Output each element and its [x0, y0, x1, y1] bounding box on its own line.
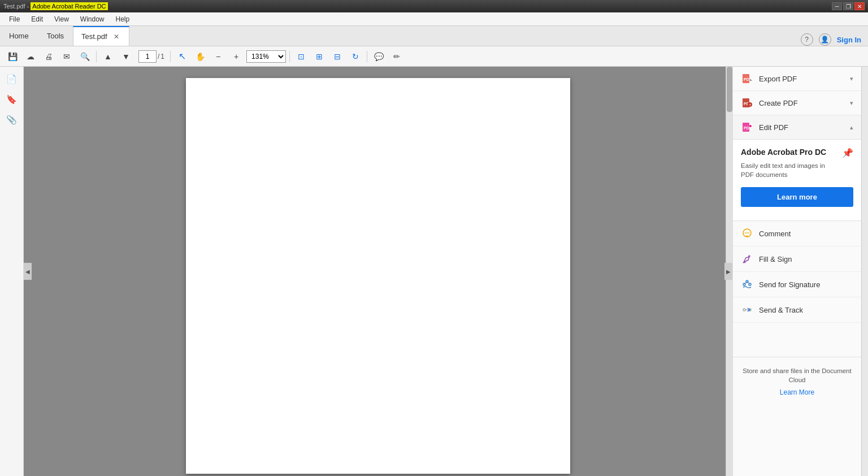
menu-help[interactable]: Help [111, 14, 134, 24]
cloud-section: Store and share files in the Document Cl… [733, 357, 861, 405]
collapse-right-button[interactable]: ▶ [724, 263, 732, 280]
help-button[interactable]: ? [801, 33, 813, 46]
save-button[interactable]: 💾 [5, 49, 20, 64]
menu-edit[interactable]: Edit [27, 14, 47, 24]
title-text: Test.pdf - Adobe Acrobat Reader DC [3, 3, 108, 10]
send-track-label: Send & Track [759, 306, 803, 314]
svg-point-12 [748, 255, 750, 257]
cloud-learn-more-link[interactable]: Learn More [780, 388, 814, 396]
fill-sign-row[interactable]: Fill & Sign [733, 246, 861, 272]
create-pdf-label: Create PDF [759, 99, 798, 107]
divider-1 [96, 51, 97, 62]
send-signature-icon [741, 278, 753, 291]
comment-icon [741, 227, 753, 240]
edit-pdf-icon: PDF [741, 121, 753, 133]
attachments-button[interactable]: 📎 [4, 112, 20, 128]
pin-icon[interactable]: 📌 [842, 148, 853, 158]
tab-close-button[interactable]: ✕ [112, 32, 121, 41]
right-panel: PDF Export PDF ▾ PDF + Create P [732, 67, 861, 476]
svg-point-10 [747, 232, 748, 233]
comment-row[interactable]: Comment [733, 221, 861, 246]
page-input[interactable] [138, 50, 157, 63]
edit-pdf-header[interactable]: PDF Edit PDF ▴ [733, 115, 861, 140]
bookmarks-button[interactable]: 🔖 [4, 92, 20, 107]
right-panel-container: PDF Export PDF ▾ PDF + Create P [732, 67, 868, 476]
edit-pdf-promo-desc: Easily edit text and images in PDF docum… [741, 161, 837, 179]
comment-label: Comment [759, 230, 791, 238]
thumbnails-button[interactable]: 📄 [4, 71, 20, 87]
export-pdf-icon: PDF [741, 72, 753, 85]
email-button[interactable]: ✉ [59, 49, 75, 64]
zoom-out-button[interactable]: − [210, 49, 226, 64]
menu-bar: File Edit View Window Help [0, 12, 868, 26]
divider-3 [289, 51, 290, 62]
menu-file[interactable]: File [5, 14, 24, 24]
scrollbar-thumb[interactable] [727, 67, 732, 112]
edit-pdf-promo-title: Adobe Acrobat Pro DC [741, 148, 837, 157]
svg-point-18 [743, 309, 745, 311]
tab-right-actions: ? 👤 Sign In [801, 33, 868, 46]
restore-button[interactable]: ❐ [843, 2, 853, 10]
menu-view[interactable]: View [50, 14, 73, 24]
collapse-left-button[interactable]: ◀ [24, 263, 32, 280]
user-button[interactable]: 👤 [819, 33, 831, 46]
tab-bar: Home Tools Test.pdf ✕ ? 👤 Sign In [0, 26, 868, 46]
fill-sign-icon [741, 253, 753, 265]
print-button[interactable]: 🖨 [41, 49, 57, 64]
edit-pdf-label: Edit PDF [759, 123, 788, 132]
close-button[interactable]: ✕ [854, 2, 865, 10]
export-pdf-row[interactable]: PDF Export PDF ▾ [733, 67, 861, 91]
create-pdf-row[interactable]: PDF + Create PDF ▾ [733, 91, 861, 115]
page-up-button[interactable]: ▲ [100, 49, 116, 64]
zoom-in-button[interactable]: + [228, 49, 244, 64]
send-track-icon [741, 304, 753, 316]
divider-4 [367, 51, 367, 62]
cloud-desc: Store and share files in the Document Cl… [741, 366, 853, 384]
zoom-select[interactable]: 131% 100% 75% 50% [246, 50, 286, 63]
tab-home[interactable]: Home [0, 26, 38, 46]
right-panel-scrollbar[interactable] [861, 67, 868, 476]
search-button[interactable]: 🔍 [77, 49, 93, 64]
fit-width-button[interactable]: ⊞ [311, 49, 327, 64]
sign-in-button[interactable]: Sign In [837, 36, 861, 44]
page-down-button[interactable]: ▼ [118, 49, 134, 64]
svg-point-11 [748, 232, 749, 233]
comment-tool-button[interactable]: 💬 [371, 49, 387, 64]
create-pdf-chevron: ▾ [850, 99, 853, 107]
pdf-viewer-area: ◀ ▶ [24, 67, 732, 476]
menu-window[interactable]: Window [76, 14, 109, 24]
toolbar: 💾 ☁ 🖨 ✉ 🔍 ▲ ▼ / 1 ↖ ✋ − + 131% 100% 75% … [0, 46, 868, 67]
fit-page-button[interactable]: ⊡ [293, 49, 309, 64]
edit-pdf-chevron: ▴ [850, 124, 853, 131]
page-sep: / [158, 53, 159, 60]
send-track-row[interactable]: Send & Track [733, 297, 861, 323]
divider-2 [170, 51, 171, 62]
hand-tool-button[interactable]: ✋ [192, 49, 208, 64]
main-area: 📄 🔖 📎 ◀ ▶ PDF Ex [0, 67, 868, 476]
window-controls: ─ ❐ ✕ [832, 2, 865, 10]
tab-document-label: Test.pdf [81, 32, 107, 41]
send-signature-label: Send for Signature [759, 280, 820, 289]
upload-button[interactable]: ☁ [23, 49, 38, 64]
pdf-canvas [24, 67, 732, 476]
page-navigation: / 1 [138, 50, 164, 63]
tab-document[interactable]: Test.pdf ✕ [73, 26, 129, 46]
edit-pdf-content: Adobe Acrobat Pro DC Easily edit text an… [733, 140, 861, 220]
title-bar: Test.pdf - Adobe Acrobat Reader DC ─ ❐ ✕ [0, 0, 868, 12]
select-tool-button[interactable]: ↖ [174, 49, 190, 64]
tab-tools[interactable]: Tools [38, 26, 73, 46]
fill-sign-label: Fill & Sign [759, 255, 792, 263]
send-signature-row[interactable]: Send for Signature [733, 272, 861, 297]
svg-point-9 [745, 232, 746, 233]
export-pdf-label: Export PDF [759, 75, 797, 83]
rotate-button[interactable]: ↻ [348, 49, 363, 64]
spacer [733, 323, 861, 357]
edit-pdf-section: PDF Edit PDF ▴ Adobe Acrobat Pro DC Easi… [733, 115, 861, 221]
draw-tool-button[interactable]: ✏ [389, 49, 405, 64]
pdf-page [186, 78, 570, 474]
export-pdf-chevron: ▾ [850, 75, 853, 83]
learn-more-button[interactable]: Learn more [741, 187, 853, 207]
page-total: 1 [160, 53, 164, 60]
fit-height-button[interactable]: ⊟ [329, 49, 345, 64]
minimize-button[interactable]: ─ [832, 2, 842, 10]
